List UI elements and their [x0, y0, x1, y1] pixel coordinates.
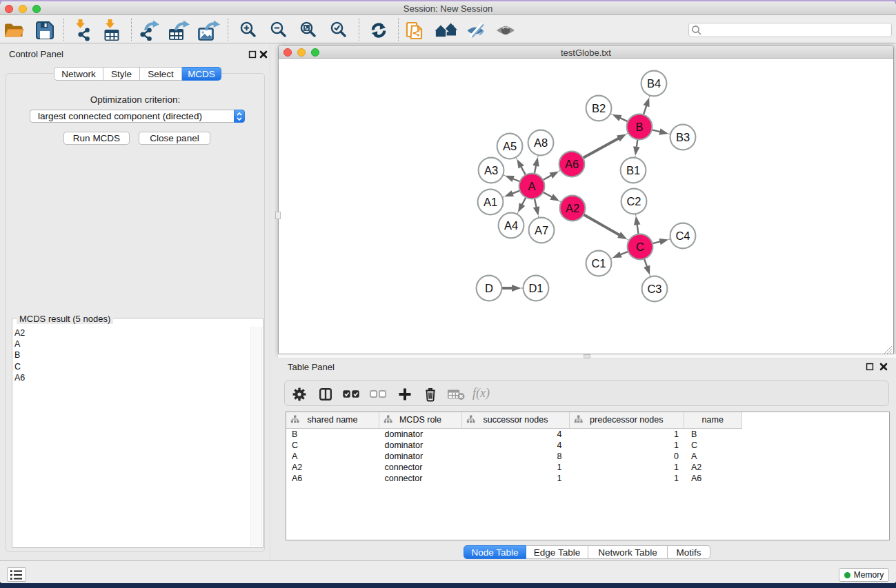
- svg-text:C3: C3: [647, 283, 661, 295]
- svg-text:A5: A5: [503, 140, 517, 152]
- svg-text:B1: B1: [626, 164, 640, 176]
- svg-text:A7: A7: [535, 224, 548, 236]
- svg-text:A2: A2: [566, 202, 579, 214]
- svg-text:B3: B3: [676, 131, 690, 143]
- svg-text:C: C: [636, 241, 644, 253]
- svg-text:A: A: [528, 180, 535, 192]
- svg-text:D: D: [485, 282, 493, 294]
- svg-text:C2: C2: [626, 195, 641, 207]
- svg-text:A6: A6: [565, 158, 579, 170]
- svg-text:A4: A4: [504, 219, 518, 232]
- svg-text:B: B: [635, 121, 643, 133]
- svg-text:C1: C1: [591, 257, 606, 270]
- svg-text:A1: A1: [484, 196, 497, 208]
- svg-text:A3: A3: [484, 164, 498, 176]
- svg-text:B2: B2: [592, 102, 606, 114]
- svg-text:D1: D1: [528, 282, 543, 294]
- svg-text:A8: A8: [534, 136, 548, 149]
- svg-text:C4: C4: [675, 230, 690, 242]
- svg-text:B4: B4: [647, 77, 661, 90]
